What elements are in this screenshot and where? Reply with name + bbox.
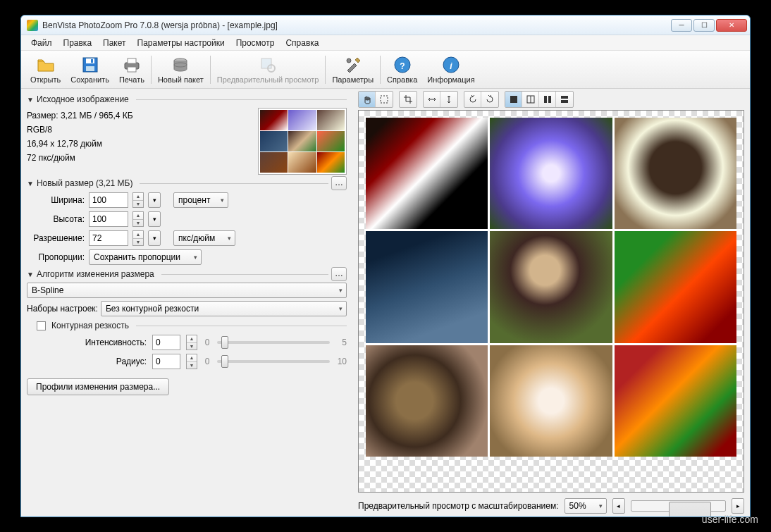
- svg-rect-6: [128, 67, 136, 72]
- height-lock-button[interactable]: ▾: [148, 211, 161, 227]
- newsize-more-button[interactable]: …: [331, 176, 347, 190]
- window-title: BenVista PhotoZoom Pro 7.0.8 (wersja pró…: [42, 20, 671, 30]
- resize-more-button[interactable]: …: [331, 267, 347, 281]
- width-spinner[interactable]: ▲▼: [132, 192, 144, 208]
- maximize-button[interactable]: ☐: [693, 19, 715, 32]
- app-icon: [27, 20, 38, 31]
- folder-open-icon: [36, 55, 56, 75]
- open-button[interactable]: Открыть: [25, 53, 66, 86]
- width-label: Ширина:: [27, 195, 85, 205]
- resolution-input[interactable]: [89, 230, 128, 246]
- source-section-header[interactable]: ▼ Исходное изображение: [27, 93, 347, 106]
- width-lock-button[interactable]: ▾: [148, 192, 161, 208]
- view-split-h-button[interactable]: [556, 92, 573, 107]
- intensity-spinner[interactable]: ▲▼: [186, 335, 197, 350]
- menu-help[interactable]: Справка: [280, 36, 324, 50]
- collapse-icon: ▼: [27, 271, 34, 278]
- minimize-button[interactable]: ─: [671, 19, 692, 32]
- height-label: Высота:: [27, 214, 85, 224]
- flip-horizontal-button[interactable]: [424, 92, 440, 107]
- aspect-label: Пропорции:: [27, 252, 85, 262]
- printer-icon: [122, 55, 142, 75]
- svg-rect-20: [544, 96, 547, 103]
- preview-bottom-bar: Предварительный просмотр с масштабирован…: [352, 495, 750, 516]
- resolution-label: Разрешение:: [27, 233, 85, 243]
- width-input[interactable]: [89, 192, 128, 208]
- database-icon: [171, 55, 190, 75]
- resize-section-header[interactable]: ▼ Алгоритм изменения размера …: [27, 268, 347, 280]
- svg-rect-23: [561, 100, 568, 103]
- resize-profiles-button[interactable]: Профили изменения размера...: [27, 378, 169, 395]
- svg-rect-16: [381, 96, 388, 103]
- svg-rect-21: [548, 96, 551, 103]
- svg-rect-1: [86, 58, 94, 63]
- radius-label: Радиус:: [55, 357, 147, 366]
- info-button[interactable]: i Информация: [422, 53, 479, 86]
- selection-tool-button[interactable]: [376, 92, 393, 107]
- width-unit-combo[interactable]: процент: [173, 192, 228, 208]
- help-button[interactable]: ? Справка: [382, 53, 422, 86]
- menu-file[interactable]: Файл: [25, 36, 58, 50]
- resolution-lock-button[interactable]: ▾: [148, 230, 161, 246]
- height-input[interactable]: [89, 211, 128, 227]
- svg-rect-9: [261, 58, 271, 68]
- save-button[interactable]: Сохранить: [66, 53, 114, 86]
- intensity-slider[interactable]: [217, 341, 330, 344]
- height-spinner[interactable]: ▲▼: [132, 211, 144, 227]
- algorithm-combo[interactable]: B-Spline: [27, 283, 347, 298]
- intensity-input[interactable]: [152, 335, 180, 350]
- radius-slider[interactable]: [217, 360, 330, 363]
- help-icon: ?: [393, 55, 412, 75]
- close-button[interactable]: ✕: [716, 19, 747, 32]
- horizontal-scrollbar[interactable]: [631, 500, 726, 512]
- preview-button[interactable]: Предварительный просмотр: [212, 53, 324, 86]
- svg-rect-5: [128, 58, 136, 63]
- collapse-icon: ▼: [27, 180, 34, 187]
- scroll-left-button[interactable]: ◂: [612, 498, 625, 514]
- floppy-disk-icon: [80, 55, 100, 75]
- application-window: BenVista PhotoZoom Pro 7.0.8 (wersja pró…: [20, 15, 751, 517]
- menu-settings[interactable]: Параметры настройки: [132, 36, 230, 50]
- zoom-label: Предварительный просмотр с масштабирован…: [358, 501, 559, 511]
- rotate-left-button[interactable]: [464, 92, 481, 107]
- presets-combo[interactable]: Без контурной резкости: [101, 301, 347, 316]
- menu-view[interactable]: Просмотр: [230, 36, 280, 50]
- parameters-button[interactable]: Параметры: [327, 53, 378, 86]
- resolution-spinner[interactable]: ▲▼: [132, 230, 144, 246]
- svg-rect-22: [561, 96, 568, 99]
- radius-input[interactable]: [152, 354, 180, 369]
- scroll-right-button[interactable]: ▸: [732, 498, 744, 514]
- radius-spinner[interactable]: ▲▼: [186, 354, 197, 369]
- menu-edit[interactable]: Правка: [58, 36, 98, 50]
- menu-batch[interactable]: Пакет: [97, 36, 131, 50]
- source-thumbnail[interactable]: [258, 108, 347, 175]
- hand-tool-button[interactable]: [359, 92, 376, 107]
- preview-panel: Предварительный просмотр с масштабирован…: [352, 89, 750, 516]
- view-single-button[interactable]: [505, 92, 522, 107]
- zoom-combo[interactable]: 50%: [565, 498, 607, 514]
- info-icon: i: [441, 55, 461, 75]
- svg-rect-2: [86, 66, 94, 71]
- view-split-center-button[interactable]: [522, 92, 539, 107]
- print-button[interactable]: Печать: [114, 53, 149, 86]
- flip-vertical-button[interactable]: [440, 92, 457, 107]
- svg-point-11: [347, 58, 351, 63]
- source-mode-label: RGB/8: [27, 125, 251, 135]
- unsharp-label: Контурная резкость: [51, 321, 129, 330]
- view-split-v-button[interactable]: [539, 92, 556, 107]
- newsize-section-header[interactable]: ▼ Новый размер (3,21 МБ) …: [27, 177, 347, 190]
- intensity-label: Интенсивность:: [55, 338, 147, 347]
- new-batch-button[interactable]: Новый пакет: [153, 53, 209, 86]
- preview-toolbar: [352, 89, 750, 110]
- unsharp-checkbox[interactable]: [37, 321, 46, 330]
- aspect-combo[interactable]: Сохранить пропорции: [89, 249, 202, 265]
- source-size-label: Размер: 3,21 МБ / 965,4 КБ: [27, 111, 251, 120]
- source-dpi-label: 72 пкс/дюйм: [27, 153, 251, 163]
- svg-rect-17: [510, 96, 517, 103]
- preview-canvas[interactable]: [358, 110, 744, 493]
- title-bar: BenVista PhotoZoom Pro 7.0.8 (wersja pró…: [21, 16, 750, 35]
- rotate-right-button[interactable]: [481, 92, 498, 107]
- resolution-unit-combo[interactable]: пкс/дюйм: [173, 230, 235, 246]
- crop-tool-button[interactable]: [400, 92, 417, 107]
- source-dims-label: 16,94 x 12,78 дюйм: [27, 139, 251, 149]
